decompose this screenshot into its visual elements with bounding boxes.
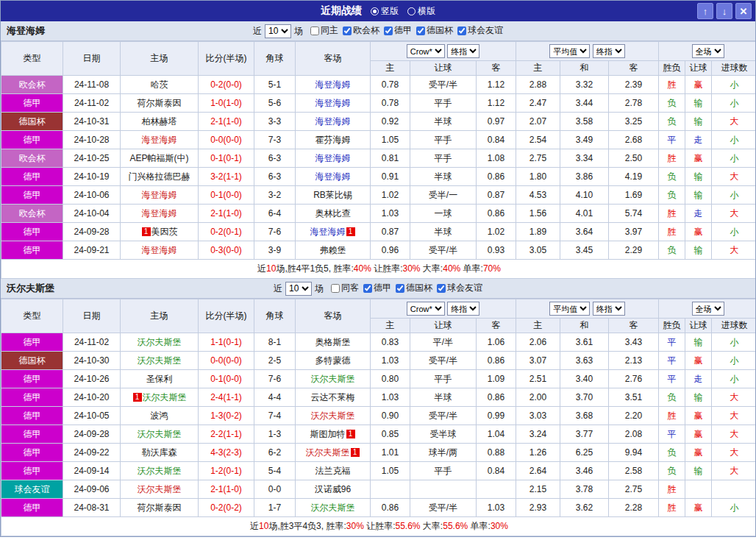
filter-checkbox-input[interactable]: [437, 284, 446, 293]
away-team-cell-link[interactable]: 多特蒙德: [315, 355, 351, 366]
score-cell[interactable]: 0-2(0-0): [199, 76, 254, 94]
home-team-cell-link[interactable]: AEP帕福斯(中): [129, 153, 188, 163]
score-cell[interactable]: 0-1(0-1): [199, 149, 254, 168]
away-team-cell-link[interactable]: 斯图加特: [310, 429, 346, 439]
odds-company-select[interactable]: Crow*: [407, 302, 445, 316]
score-cell[interactable]: 1-1(0-1): [199, 333, 254, 352]
score-cell[interactable]: 0-0(0-0): [199, 352, 254, 370]
match-count-select[interactable]: 10: [265, 24, 291, 38]
away-team-cell-link[interactable]: 沃尔夫斯堡: [311, 374, 355, 384]
avg-odds-select[interactable]: 平均值: [549, 44, 590, 58]
move-down-button[interactable]: ↓: [716, 3, 732, 19]
avg-time-select[interactable]: 终指: [593, 302, 625, 316]
filter-checkbox-input[interactable]: [343, 26, 352, 35]
close-button[interactable]: ✕: [735, 3, 752, 19]
team-name[interactable]: 海登海姆: [7, 24, 45, 38]
score-cell[interactable]: 0-1(0-0): [199, 186, 254, 205]
move-up-button[interactable]: ↑: [697, 3, 713, 19]
away-team-cell-link[interactable]: RB莱比锡: [313, 190, 352, 200]
filter-checkbox[interactable]: 同客: [331, 282, 359, 294]
filter-checkbox-input[interactable]: [331, 284, 340, 293]
home-team-cell-link[interactable]: 门兴格拉德巴赫: [129, 171, 190, 182]
home-team-cell-link[interactable]: 沃尔夫斯堡: [138, 484, 182, 494]
away-team-cell-link[interactable]: 海登海姆: [310, 227, 346, 237]
score-cell[interactable]: 0-0(0-0): [199, 131, 254, 149]
score-cell[interactable]: 0-2(0-1): [199, 223, 254, 241]
home-team-cell-link[interactable]: 海登海姆: [142, 135, 177, 145]
home-team-cell-link[interactable]: 波鸿: [151, 411, 168, 421]
home-team-cell-link[interactable]: 沃尔夫斯堡: [138, 337, 182, 347]
scope-select[interactable]: 全场: [692, 44, 724, 58]
radio-icon[interactable]: [407, 7, 416, 15]
home-team-cell-link[interactable]: 哈茨: [151, 79, 168, 90]
home-team-cell-link[interactable]: 圣保利: [146, 374, 173, 384]
score-cell[interactable]: 0-3(0-0): [199, 241, 254, 260]
home-team-cell-link[interactable]: 海登海姆: [142, 208, 177, 219]
home-team-cell-link[interactable]: 美因茨: [151, 227, 178, 237]
avg-odds-select[interactable]: 平均值: [549, 302, 590, 316]
score-cell[interactable]: 2-1(1-0): [199, 205, 254, 223]
filter-checkbox[interactable]: 同主: [310, 24, 338, 37]
layout-radio-vertical[interactable]: 竖版: [371, 5, 399, 18]
away-team-cell-link[interactable]: 奥林比查: [315, 208, 351, 219]
filter-checkbox-input[interactable]: [310, 26, 319, 35]
score-cell[interactable]: 0-1(0-0): [199, 370, 254, 388]
filter-checkbox-input[interactable]: [384, 26, 393, 35]
away-team-cell-link[interactable]: 海登海姆: [315, 153, 351, 163]
away-team-cell-link[interactable]: 法兰克福: [315, 466, 351, 476]
odds-company-select[interactable]: Crow*: [407, 44, 445, 58]
filter-checkbox-input[interactable]: [363, 284, 372, 293]
away-team-cell-link[interactable]: 海登海姆: [315, 79, 351, 90]
filter-checkbox[interactable]: 德国杯: [416, 24, 453, 37]
filter-checkbox-input[interactable]: [396, 284, 404, 293]
radio-icon[interactable]: [371, 7, 379, 15]
score-cell[interactable]: 1-2(0-1): [199, 462, 254, 480]
score-cell[interactable]: 1-0(1-0): [199, 94, 254, 113]
filter-checkbox-input[interactable]: [457, 26, 466, 35]
home-team-cell-link[interactable]: 海登海姆: [142, 190, 177, 200]
match-row: 德甲24-10-26圣保利0-1(0-0)7-6沃尔夫斯堡0.80平手1.092…: [1, 370, 756, 388]
home-team-cell-link[interactable]: 沃尔夫斯堡: [138, 429, 182, 439]
odds-time-select[interactable]: 终指: [447, 302, 479, 316]
home-team-cell-link[interactable]: 勒沃库森: [142, 447, 177, 458]
away-team-cell-link[interactable]: 奥格斯堡: [315, 337, 351, 347]
away-team-cell-link[interactable]: 沃尔夫斯堡: [311, 411, 355, 421]
score-cell[interactable]: 4-3(2-3): [199, 444, 254, 462]
home-team-cell-link[interactable]: 荷尔斯泰因: [138, 502, 182, 513]
score-cell[interactable]: 0-2(0-2): [199, 499, 254, 517]
filter-checkbox[interactable]: 德国杯: [396, 282, 432, 294]
score-cell[interactable]: 2-1(1-0): [199, 113, 254, 131]
away-team-cell-link[interactable]: 海登海姆: [315, 98, 351, 108]
score-cell[interactable]: 2-1(1-0): [199, 480, 254, 499]
score-cell[interactable]: 2-4(1-1): [199, 388, 254, 407]
filter-checkbox[interactable]: 德甲: [363, 282, 391, 294]
filter-checkbox[interactable]: 德甲: [384, 24, 412, 37]
filter-checkbox[interactable]: 球会友谊: [457, 24, 503, 37]
away-team-cell-link[interactable]: 霍芬海姆: [315, 135, 351, 145]
home-team-cell-link[interactable]: 荷尔斯泰因: [138, 98, 182, 108]
away-team-cell-link[interactable]: 云达不莱梅: [311, 392, 355, 402]
scope-select[interactable]: 全场: [692, 302, 724, 316]
score-cell[interactable]: 3-2(1-1): [199, 168, 254, 186]
score-cell[interactable]: 2-2(1-1): [199, 425, 254, 444]
away-team-cell-link[interactable]: 海登海姆: [315, 171, 351, 182]
away-team-cell-link[interactable]: 沃尔夫斯堡: [306, 447, 350, 458]
team-name[interactable]: 沃尔夫斯堡: [7, 282, 54, 295]
filter-checkbox[interactable]: 球会友谊: [437, 282, 482, 294]
filter-checkbox-input[interactable]: [416, 26, 425, 35]
match-count-select[interactable]: 10: [285, 282, 312, 296]
avg-time-select[interactable]: 终指: [593, 44, 625, 58]
home-team-cell-link[interactable]: 海登海姆: [142, 245, 177, 255]
home-team-cell-link[interactable]: 沃尔夫斯堡: [138, 466, 182, 476]
score-cell[interactable]: 1-3(0-2): [199, 407, 254, 425]
filter-checkbox[interactable]: 欧会杯: [343, 24, 379, 37]
away-team-cell-link[interactable]: 沃尔夫斯堡: [311, 502, 355, 513]
away-team-cell-link[interactable]: 弗赖堡: [320, 245, 346, 255]
odds-time-select[interactable]: 终指: [447, 44, 479, 58]
away-team-cell-link[interactable]: 汉诺威96: [315, 484, 351, 494]
home-team-cell-link[interactable]: 柏林赫塔: [142, 116, 177, 127]
away-team-cell-link[interactable]: 海登海姆: [315, 116, 351, 127]
home-team-cell-link[interactable]: 沃尔夫斯堡: [138, 355, 182, 366]
home-team-cell-link[interactable]: 沃尔夫斯堡: [143, 392, 187, 402]
layout-radio-horizontal[interactable]: 横版: [407, 5, 435, 18]
